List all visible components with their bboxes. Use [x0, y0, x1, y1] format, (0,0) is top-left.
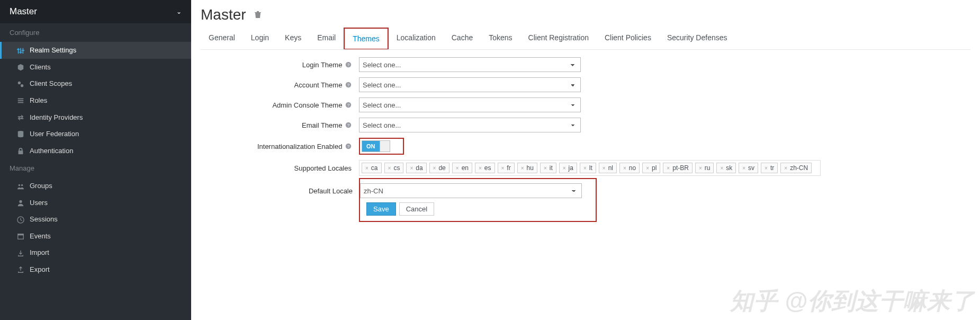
label-admin-theme: Admin Console Theme ?	[201, 101, 359, 109]
help-icon[interactable]: ?	[345, 122, 352, 129]
sidebar-item-export[interactable]: Export	[0, 261, 191, 278]
locale-tag[interactable]: ×cs	[384, 163, 404, 173]
cancel-button[interactable]: Cancel	[399, 202, 434, 216]
chevron-down-icon: ⌄	[176, 8, 182, 15]
locale-tag[interactable]: ×da	[406, 163, 426, 173]
remove-icon[interactable]: ×	[784, 165, 787, 171]
locale-tag[interactable]: ×en	[452, 163, 472, 173]
email-theme-select[interactable]: Select one...	[359, 118, 581, 132]
nav-label: Realm Settings	[30, 46, 76, 54]
supported-locales-input[interactable]: ×ca×cs×da×de×en×es×fr×hu×it×ja×lt×nl×no×…	[359, 160, 821, 176]
account-theme-select[interactable]: Select one...	[359, 77, 581, 92]
tab-themes[interactable]: Themes	[345, 29, 388, 49]
realm-selector[interactable]: Master ⌄	[0, 0, 191, 23]
remove-icon[interactable]: ×	[456, 165, 459, 171]
save-button[interactable]: Save	[366, 202, 396, 216]
help-icon[interactable]: ?	[345, 102, 352, 109]
default-locale-select[interactable]: zh-CN	[360, 183, 582, 198]
help-icon[interactable]: ?	[345, 82, 352, 88]
remove-icon[interactable]: ×	[433, 165, 436, 171]
locale-tag[interactable]: ×it	[540, 163, 556, 173]
locale-tag[interactable]: ×nl	[599, 163, 617, 173]
locale-tag[interactable]: ×sv	[739, 163, 758, 173]
tab-login[interactable]: Login	[243, 28, 277, 49]
remove-icon[interactable]: ×	[365, 165, 368, 171]
remove-icon[interactable]: ×	[544, 165, 547, 171]
help-icon[interactable]: ?	[345, 62, 352, 68]
locale-tag[interactable]: ×pt-BR	[663, 163, 693, 173]
remove-icon[interactable]: ×	[521, 165, 524, 171]
locale-tag[interactable]: ×zh-CN	[780, 163, 812, 173]
nav-label: Import	[30, 248, 49, 256]
locale-tag[interactable]: ×no	[619, 163, 640, 173]
delete-realm-button[interactable]	[254, 10, 262, 20]
exchange-icon	[15, 113, 26, 121]
tab-email[interactable]: Email	[309, 28, 344, 49]
remove-icon[interactable]: ×	[583, 165, 587, 171]
remove-icon[interactable]: ×	[623, 165, 626, 171]
sidebar-item-sessions[interactable]: Sessions	[0, 211, 191, 228]
remove-icon[interactable]: ×	[479, 165, 482, 171]
sidebar-item-users[interactable]: Users	[0, 194, 191, 211]
locale-tag[interactable]: ×ca	[362, 163, 382, 173]
section-manage: Manage	[0, 159, 191, 177]
export-icon	[15, 265, 26, 274]
locale-tag[interactable]: ×pl	[642, 163, 660, 173]
remove-icon[interactable]: ×	[388, 165, 391, 171]
sidebar-item-identity-providers[interactable]: Identity Providers	[0, 109, 191, 126]
locale-code: fr	[507, 164, 510, 172]
label-supported-locales: Supported Locales	[201, 164, 359, 172]
remove-icon[interactable]: ×	[765, 165, 768, 171]
sidebar-item-realm-settings[interactable]: Realm Settings	[0, 42, 191, 59]
svg-rect-1	[20, 48, 21, 54]
toggle-knob	[380, 141, 390, 152]
sidebar-item-clients[interactable]: Clients	[0, 59, 191, 76]
tab-client-registration[interactable]: Client Registration	[520, 28, 597, 49]
locale-tag[interactable]: ×tr	[761, 163, 778, 173]
locale-tag[interactable]: ×lt	[580, 163, 596, 173]
sidebar-item-import[interactable]: Import	[0, 244, 191, 261]
nav-label: Groups	[30, 182, 52, 190]
remove-icon[interactable]: ×	[667, 165, 670, 171]
locale-tag[interactable]: ×hu	[517, 163, 537, 173]
tab-cache[interactable]: Cache	[444, 28, 481, 49]
remove-icon[interactable]: ×	[603, 165, 606, 171]
intl-toggle[interactable]: ON	[362, 140, 390, 152]
locale-code: hu	[527, 164, 534, 172]
remove-icon[interactable]: ×	[742, 165, 745, 171]
watermark: 知乎 @你到这干嘛来了	[730, 286, 975, 317]
remove-icon[interactable]: ×	[720, 165, 723, 171]
locale-tag[interactable]: ×de	[429, 163, 449, 173]
sidebar-item-client-scopes[interactable]: Client Scopes	[0, 75, 191, 92]
locale-tag[interactable]: ×sk	[716, 163, 736, 173]
remove-icon[interactable]: ×	[501, 165, 505, 171]
tab-tokens[interactable]: Tokens	[481, 28, 520, 49]
sidebar-item-user-federation[interactable]: User Federation	[0, 126, 191, 143]
svg-rect-9	[18, 100, 24, 101]
tab-security-defenses[interactable]: Security Defenses	[659, 28, 735, 49]
login-theme-select[interactable]: Select one...	[359, 57, 581, 72]
tab-keys[interactable]: Keys	[277, 28, 309, 49]
locale-tag[interactable]: ×es	[475, 163, 495, 173]
remove-icon[interactable]: ×	[563, 165, 566, 171]
tab-client-policies[interactable]: Client Policies	[597, 28, 659, 49]
locale-tag[interactable]: ×ja	[559, 163, 577, 173]
tab-localization[interactable]: Localization	[389, 28, 444, 49]
remove-icon[interactable]: ×	[699, 165, 702, 171]
nav-label: Export	[30, 265, 50, 273]
remove-icon[interactable]: ×	[410, 165, 413, 171]
nav-label: Events	[30, 232, 51, 240]
sidebar-item-authentication[interactable]: Authentication	[0, 142, 191, 159]
svg-rect-10	[18, 102, 24, 103]
locale-tag[interactable]: ×fr	[498, 163, 515, 173]
tab-general[interactable]: General	[201, 28, 243, 49]
sidebar-item-groups[interactable]: Groups	[0, 177, 191, 194]
locale-code: es	[484, 164, 491, 172]
help-icon[interactable]: ?	[345, 144, 352, 150]
remove-icon[interactable]: ×	[646, 165, 649, 171]
sidebar-item-roles[interactable]: Roles	[0, 92, 191, 109]
list-icon	[15, 96, 26, 105]
admin-theme-select[interactable]: Select one...	[359, 97, 581, 112]
sidebar-item-events[interactable]: Events	[0, 228, 191, 245]
locale-tag[interactable]: ×ru	[695, 163, 714, 173]
